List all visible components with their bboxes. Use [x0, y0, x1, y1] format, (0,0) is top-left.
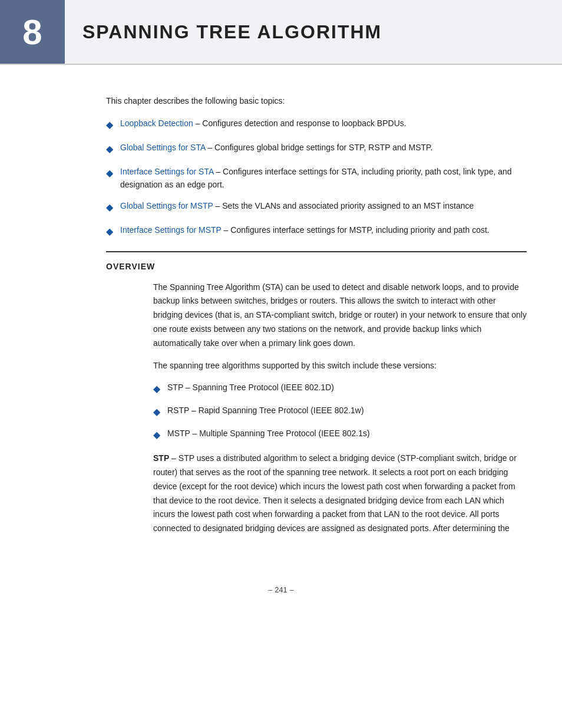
- chapter-title-box: SPANNING TREE ALGORITHM: [65, 0, 562, 64]
- version-item: ◆ STP – Spanning Tree Protocol (IEEE 802…: [153, 381, 527, 397]
- intro-text: This chapter describes the following bas…: [106, 94, 527, 107]
- content-area: This chapter describes the following bas…: [0, 65, 562, 562]
- chapter-number: 8: [22, 12, 42, 52]
- bullet-diamond-icon: ◆: [106, 166, 113, 181]
- topic-description: – Configures interface settings for MSTP…: [224, 225, 490, 235]
- bullet-diamond-icon: ◆: [153, 381, 160, 397]
- list-item: ◆ Global Settings for STA – Configures g…: [106, 141, 527, 157]
- interface-settings-sta-link[interactable]: Interface Settings for STA: [120, 167, 213, 176]
- topic-description: – Configures detection and response to l…: [196, 118, 406, 128]
- topics-list: ◆ Loopback Detection – Configures detect…: [106, 117, 527, 239]
- topic-description: – Sets the VLANs and associated priority…: [216, 201, 474, 210]
- overview-section: Overview The Spanning Tree Algorithm (ST…: [106, 251, 527, 536]
- overview-heading: Overview: [106, 262, 527, 271]
- topic-content: Global Settings for MSTP – Sets the VLAN…: [120, 199, 527, 212]
- stp-description: – STP uses a distributed algorithm to se…: [153, 453, 517, 533]
- version-text: RSTP – Rapid Spanning Tree Protocol (IEE…: [167, 404, 364, 417]
- topic-description: – Configures global bridge settings for …: [207, 143, 432, 152]
- bullet-diamond-icon: ◆: [153, 404, 160, 420]
- overview-paragraph3: STP – STP uses a distributed algorithm t…: [153, 452, 527, 536]
- chapter-header: 8 SPANNING TREE ALGORITHM: [0, 0, 562, 65]
- list-item: ◆ Interface Settings for STA – Configure…: [106, 165, 527, 192]
- global-settings-sta-link[interactable]: Global Settings for STA: [120, 143, 205, 152]
- loopback-detection-link[interactable]: Loopback Detection: [120, 118, 193, 128]
- version-item: ◆ RSTP – Rapid Spanning Tree Protocol (I…: [153, 404, 527, 420]
- overview-content: The Spanning Tree Algorithm (STA) can be…: [106, 281, 527, 536]
- list-item: ◆ Interface Settings for MSTP – Configur…: [106, 223, 527, 239]
- bullet-diamond-icon: ◆: [153, 427, 160, 443]
- global-settings-mstp-link[interactable]: Global Settings for MSTP: [120, 201, 213, 210]
- list-item: ◆ Global Settings for MSTP – Sets the VL…: [106, 199, 527, 215]
- chapter-number-box: 8: [0, 0, 65, 64]
- overview-paragraph2: The spanning tree algorithms supported b…: [153, 359, 527, 373]
- chapter-title: SPANNING TREE ALGORITHM: [82, 21, 382, 43]
- topic-content: Interface Settings for MSTP – Configures…: [120, 223, 527, 236]
- topic-content: Loopback Detection – Configures detectio…: [120, 117, 527, 130]
- interface-settings-mstp-link[interactable]: Interface Settings for MSTP: [120, 225, 222, 235]
- overview-paragraph1: The Spanning Tree Algorithm (STA) can be…: [153, 281, 527, 351]
- page-footer: – 241 –: [0, 574, 562, 606]
- version-text: MSTP – Multiple Spanning Tree Protocol (…: [167, 427, 370, 440]
- versions-list: ◆ STP – Spanning Tree Protocol (IEEE 802…: [153, 381, 527, 442]
- page-number: – 241 –: [268, 585, 293, 594]
- bullet-diamond-icon: ◆: [106, 141, 113, 157]
- topic-content: Interface Settings for STA – Configures …: [120, 165, 527, 192]
- stp-bold-label: STP: [153, 453, 169, 463]
- page-container: 8 SPANNING TREE ALGORITHM This chapter d…: [0, 0, 562, 728]
- version-text: STP – Spanning Tree Protocol (IEEE 802.1…: [167, 381, 334, 394]
- bullet-diamond-icon: ◆: [106, 117, 113, 133]
- topic-content: Global Settings for STA – Configures glo…: [120, 141, 527, 154]
- bullet-diamond-icon: ◆: [106, 224, 113, 239]
- bullet-diamond-icon: ◆: [106, 200, 113, 215]
- list-item: ◆ Loopback Detection – Configures detect…: [106, 117, 527, 133]
- version-item: ◆ MSTP – Multiple Spanning Tree Protocol…: [153, 427, 527, 443]
